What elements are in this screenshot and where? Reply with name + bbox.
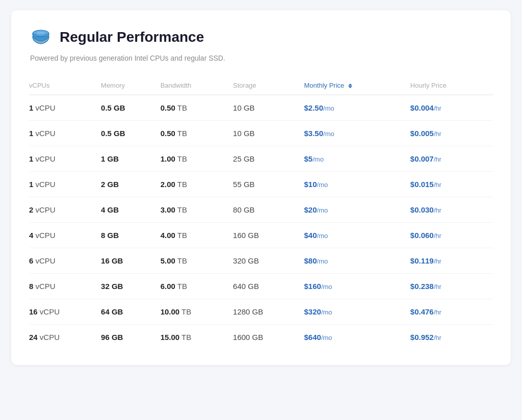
cell-storage: 1600 GB: [233, 325, 304, 350]
cell-hourly-price: $0.015/hr: [410, 172, 493, 197]
cell-hourly-price: $0.952/hr: [410, 325, 493, 350]
cell-vcpus: 1 vCPU: [29, 121, 101, 146]
cell-hourly-price: $0.060/hr: [410, 223, 493, 248]
table-row: 2 vCPU 4 GB 3.00 TB 80 GB $20/mo $0.030/…: [29, 197, 493, 223]
cell-memory: 32 GB: [101, 274, 161, 299]
table-row: 24 vCPU 96 GB 15.00 TB 1600 GB $640/mo $…: [29, 325, 493, 350]
cell-vcpus: 2 vCPU: [29, 197, 101, 223]
table-row: 16 vCPU 64 GB 10.00 TB 1280 GB $320/mo $…: [29, 299, 493, 325]
cell-vcpus: 1 vCPU: [29, 95, 101, 121]
page-header: Regular Performance: [29, 25, 493, 49]
cell-hourly-price: $0.476/hr: [410, 299, 493, 325]
col-bandwidth: Bandwidth: [161, 76, 233, 95]
table-row: 6 vCPU 16 GB 5.00 TB 320 GB $80/mo $0.11…: [29, 248, 493, 274]
cell-memory: 0.5 GB: [101, 121, 161, 146]
cell-monthly-price: $160/mo: [304, 274, 410, 299]
table-row: 8 vCPU 32 GB 6.00 TB 640 GB $160/mo $0.2…: [29, 274, 493, 299]
table-row: 1 vCPU 0.5 GB 0.50 TB 10 GB $2.50/mo $0.…: [29, 95, 493, 121]
cell-storage: 55 GB: [233, 172, 304, 197]
cell-monthly-price: $20/mo: [304, 197, 410, 223]
cell-vcpus: 24 vCPU: [29, 325, 101, 350]
col-storage: Storage: [233, 76, 304, 95]
cell-memory: 96 GB: [101, 325, 161, 350]
col-vcpus: vCPUs: [29, 76, 101, 95]
cell-hourly-price: $0.004/hr: [410, 95, 493, 121]
table-row: 1 vCPU 1 GB 1.00 TB 25 GB $5/mo $0.007/h…: [29, 146, 493, 172]
cell-vcpus: 1 vCPU: [29, 146, 101, 172]
cell-memory: 0.5 GB: [101, 95, 161, 121]
cell-storage: 10 GB: [233, 121, 304, 146]
cell-bandwidth: 15.00 TB: [161, 325, 233, 350]
cell-vcpus: 4 vCPU: [29, 223, 101, 248]
cell-bandwidth: 0.50 TB: [161, 95, 233, 121]
cell-bandwidth: 10.00 TB: [161, 299, 233, 325]
cell-memory: 4 GB: [101, 197, 161, 223]
cell-memory: 1 GB: [101, 146, 161, 172]
cell-bandwidth: 3.00 TB: [161, 197, 233, 223]
cell-monthly-price: $640/mo: [304, 325, 410, 350]
cell-storage: 25 GB: [233, 146, 304, 172]
page-subtitle: Powered by previous generation Intel CPU…: [30, 54, 493, 62]
main-card: Regular Performance Powered by previous …: [11, 10, 511, 365]
cell-memory: 16 GB: [101, 248, 161, 274]
cell-bandwidth: 0.50 TB: [161, 121, 233, 146]
cell-memory: 64 GB: [101, 299, 161, 325]
col-memory: Memory: [101, 76, 161, 95]
table-body: 1 vCPU 0.5 GB 0.50 TB 10 GB $2.50/mo $0.…: [29, 95, 493, 350]
table-header: vCPUs Memory Bandwidth Storage Monthly P…: [29, 76, 493, 95]
cell-vcpus: 16 vCPU: [29, 299, 101, 325]
cell-monthly-price: $80/mo: [304, 248, 410, 274]
cell-storage: 160 GB: [233, 223, 304, 248]
cell-memory: 8 GB: [101, 223, 161, 248]
cell-monthly-price: $40/mo: [304, 223, 410, 248]
table-row: 1 vCPU 0.5 GB 0.50 TB 10 GB $3.50/mo $0.…: [29, 121, 493, 146]
cell-storage: 640 GB: [233, 274, 304, 299]
table-row: 4 vCPU 8 GB 4.00 TB 160 GB $40/mo $0.060…: [29, 223, 493, 248]
col-monthly-price[interactable]: Monthly Price: [304, 76, 410, 95]
sort-icon: [348, 84, 352, 88]
cell-storage: 80 GB: [233, 197, 304, 223]
cell-hourly-price: $0.030/hr: [410, 197, 493, 223]
cell-storage: 10 GB: [233, 95, 304, 121]
cell-monthly-price: $3.50/mo: [304, 121, 410, 146]
cell-monthly-price: $2.50/mo: [304, 95, 410, 121]
cell-bandwidth: 4.00 TB: [161, 223, 233, 248]
cell-vcpus: 8 vCPU: [29, 274, 101, 299]
cell-monthly-price: $5/mo: [304, 146, 410, 172]
cell-monthly-price: $320/mo: [304, 299, 410, 325]
cell-hourly-price: $0.007/hr: [410, 146, 493, 172]
table-row: 1 vCPU 2 GB 2.00 TB 55 GB $10/mo $0.015/…: [29, 172, 493, 197]
cell-hourly-price: $0.119/hr: [410, 248, 493, 274]
svg-point-2: [36, 32, 45, 36]
cell-bandwidth: 6.00 TB: [161, 274, 233, 299]
page-title: Regular Performance: [60, 29, 204, 45]
cell-bandwidth: 1.00 TB: [161, 146, 233, 172]
cell-hourly-price: $0.005/hr: [410, 121, 493, 146]
cell-memory: 2 GB: [101, 172, 161, 197]
cell-storage: 320 GB: [233, 248, 304, 274]
cell-bandwidth: 5.00 TB: [161, 248, 233, 274]
cell-vcpus: 6 vCPU: [29, 248, 101, 274]
pricing-table: vCPUs Memory Bandwidth Storage Monthly P…: [29, 76, 493, 350]
cell-bandwidth: 2.00 TB: [161, 172, 233, 197]
cell-vcpus: 1 vCPU: [29, 172, 101, 197]
cell-hourly-price: $0.238/hr: [410, 274, 493, 299]
col-hourly-price: Hourly Price: [410, 76, 493, 95]
server-icon: [29, 25, 53, 49]
cell-storage: 1280 GB: [233, 299, 304, 325]
cell-monthly-price: $10/mo: [304, 172, 410, 197]
